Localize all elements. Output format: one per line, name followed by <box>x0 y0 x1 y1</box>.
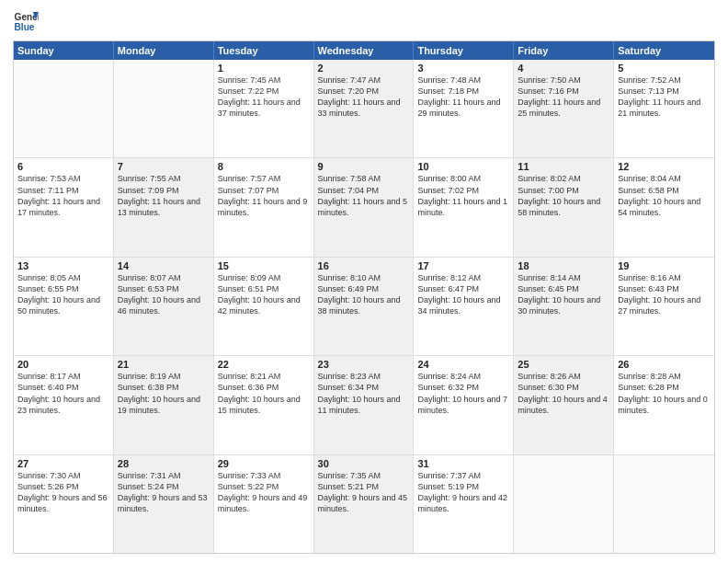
cell-info: Sunrise: 7:45 AMSunset: 7:22 PMDaylight:… <box>218 75 310 120</box>
calendar-row-5: 27Sunrise: 7:30 AMSunset: 5:26 PMDayligh… <box>14 455 714 553</box>
day-number: 17 <box>417 260 509 271</box>
empty-cell <box>514 455 614 553</box>
day-cell-22: 22Sunrise: 8:21 AMSunset: 6:36 PMDayligh… <box>214 356 314 454</box>
day-cell-26: 26Sunrise: 8:28 AMSunset: 6:28 PMDayligh… <box>614 356 714 454</box>
day-cell-27: 27Sunrise: 7:30 AMSunset: 5:26 PMDayligh… <box>14 455 114 553</box>
day-number: 30 <box>318 458 410 469</box>
day-number: 19 <box>618 260 711 271</box>
day-number: 13 <box>17 260 109 271</box>
cell-info: Sunrise: 7:31 AMSunset: 5:24 PMDaylight:… <box>118 470 210 515</box>
day-number: 26 <box>618 359 711 370</box>
day-number: 21 <box>118 359 210 370</box>
cell-info: Sunrise: 8:17 AMSunset: 6:40 PMDaylight:… <box>17 371 109 416</box>
cell-info: Sunrise: 7:37 AMSunset: 5:19 PMDaylight:… <box>417 470 509 515</box>
cell-info: Sunrise: 7:53 AMSunset: 7:11 PMDaylight:… <box>17 173 109 218</box>
day-number: 15 <box>218 260 310 271</box>
day-cell-25: 25Sunrise: 8:26 AMSunset: 6:30 PMDayligh… <box>514 356 614 454</box>
cell-info: Sunrise: 7:57 AMSunset: 7:07 PMDaylight:… <box>218 173 310 218</box>
cell-info: Sunrise: 7:55 AMSunset: 7:09 PMDaylight:… <box>118 173 210 218</box>
header-day-monday: Monday <box>114 41 214 60</box>
cell-info: Sunrise: 8:23 AMSunset: 6:34 PMDaylight:… <box>318 371 410 416</box>
cell-info: Sunrise: 8:28 AMSunset: 6:28 PMDaylight:… <box>618 371 711 416</box>
day-cell-17: 17Sunrise: 8:12 AMSunset: 6:47 PMDayligh… <box>414 258 514 355</box>
cell-info: Sunrise: 7:30 AMSunset: 5:26 PMDaylight:… <box>17 470 109 515</box>
day-number: 27 <box>17 458 109 469</box>
day-cell-8: 8Sunrise: 7:57 AMSunset: 7:07 PMDaylight… <box>214 158 314 256</box>
day-number: 14 <box>118 260 210 271</box>
cell-info: Sunrise: 8:24 AMSunset: 6:32 PMDaylight:… <box>417 371 509 416</box>
day-cell-14: 14Sunrise: 8:07 AMSunset: 6:53 PMDayligh… <box>114 258 214 355</box>
day-number: 28 <box>118 458 210 469</box>
header-day-friday: Friday <box>514 41 614 60</box>
header-day-sunday: Sunday <box>14 41 114 60</box>
day-cell-12: 12Sunrise: 8:04 AMSunset: 6:58 PMDayligh… <box>614 158 714 256</box>
cell-info: Sunrise: 7:52 AMSunset: 7:13 PMDaylight:… <box>618 75 711 120</box>
cell-info: Sunrise: 8:07 AMSunset: 6:53 PMDaylight:… <box>118 272 210 317</box>
logo-icon: General Blue <box>13 9 39 35</box>
calendar-row-3: 13Sunrise: 8:05 AMSunset: 6:55 PMDayligh… <box>14 258 714 356</box>
day-number: 7 <box>118 161 210 172</box>
day-cell-29: 29Sunrise: 7:33 AMSunset: 5:22 PMDayligh… <box>214 455 314 553</box>
day-cell-3: 3Sunrise: 7:48 AMSunset: 7:18 PMDaylight… <box>414 60 514 157</box>
cell-info: Sunrise: 8:04 AMSunset: 6:58 PMDaylight:… <box>618 173 711 218</box>
day-cell-30: 30Sunrise: 7:35 AMSunset: 5:21 PMDayligh… <box>314 455 415 553</box>
day-cell-4: 4Sunrise: 7:50 AMSunset: 7:16 PMDaylight… <box>514 60 614 157</box>
cell-info: Sunrise: 8:05 AMSunset: 6:55 PMDaylight:… <box>17 272 109 317</box>
calendar-header: SundayMondayTuesdayWednesdayThursdayFrid… <box>14 41 714 60</box>
calendar-body: 1Sunrise: 7:45 AMSunset: 7:22 PMDaylight… <box>14 60 714 553</box>
day-number: 8 <box>218 161 310 172</box>
calendar-row-2: 6Sunrise: 7:53 AMSunset: 7:11 PMDaylight… <box>14 158 714 257</box>
day-cell-2: 2Sunrise: 7:47 AMSunset: 7:20 PMDaylight… <box>314 60 415 157</box>
empty-cell <box>614 455 714 553</box>
cell-info: Sunrise: 7:48 AMSunset: 7:18 PMDaylight:… <box>417 75 509 120</box>
page-header: General Blue <box>13 9 715 35</box>
day-cell-10: 10Sunrise: 8:00 AMSunset: 7:02 PMDayligh… <box>414 158 514 256</box>
day-number: 12 <box>618 161 711 172</box>
day-number: 2 <box>318 63 410 74</box>
day-cell-16: 16Sunrise: 8:10 AMSunset: 6:49 PMDayligh… <box>314 258 415 355</box>
header-day-tuesday: Tuesday <box>214 41 314 60</box>
svg-text:Blue: Blue <box>15 22 35 32</box>
cell-info: Sunrise: 8:02 AMSunset: 7:00 PMDaylight:… <box>518 173 609 218</box>
day-cell-11: 11Sunrise: 8:02 AMSunset: 7:00 PMDayligh… <box>514 158 614 256</box>
day-number: 25 <box>518 359 609 370</box>
day-cell-31: 31Sunrise: 7:37 AMSunset: 5:19 PMDayligh… <box>414 455 514 553</box>
day-number: 4 <box>518 63 609 74</box>
day-number: 3 <box>417 63 509 74</box>
day-number: 20 <box>17 359 109 370</box>
header-day-saturday: Saturday <box>614 41 714 60</box>
day-number: 23 <box>318 359 410 370</box>
day-cell-18: 18Sunrise: 8:14 AMSunset: 6:45 PMDayligh… <box>514 258 614 355</box>
cell-info: Sunrise: 8:00 AMSunset: 7:02 PMDaylight:… <box>417 173 509 218</box>
cell-info: Sunrise: 8:10 AMSunset: 6:49 PMDaylight:… <box>318 272 410 317</box>
day-cell-20: 20Sunrise: 8:17 AMSunset: 6:40 PMDayligh… <box>14 356 114 454</box>
day-cell-7: 7Sunrise: 7:55 AMSunset: 7:09 PMDaylight… <box>114 158 214 256</box>
day-cell-15: 15Sunrise: 8:09 AMSunset: 6:51 PMDayligh… <box>214 258 314 355</box>
empty-cell <box>14 60 114 157</box>
header-day-wednesday: Wednesday <box>314 41 415 60</box>
day-cell-24: 24Sunrise: 8:24 AMSunset: 6:32 PMDayligh… <box>414 356 514 454</box>
cell-info: Sunrise: 7:50 AMSunset: 7:16 PMDaylight:… <box>518 75 609 120</box>
logo: General Blue <box>13 9 42 35</box>
day-cell-28: 28Sunrise: 7:31 AMSunset: 5:24 PMDayligh… <box>114 455 214 553</box>
day-number: 1 <box>218 63 310 74</box>
calendar-row-1: 1Sunrise: 7:45 AMSunset: 7:22 PMDaylight… <box>14 60 714 158</box>
day-number: 18 <box>518 260 609 271</box>
day-number: 6 <box>17 161 109 172</box>
calendar: SundayMondayTuesdayWednesdayThursdayFrid… <box>13 40 715 554</box>
day-number: 24 <box>417 359 509 370</box>
day-number: 16 <box>318 260 410 271</box>
day-number: 11 <box>518 161 609 172</box>
day-number: 10 <box>417 161 509 172</box>
cell-info: Sunrise: 8:16 AMSunset: 6:43 PMDaylight:… <box>618 272 711 317</box>
cell-info: Sunrise: 8:26 AMSunset: 6:30 PMDaylight:… <box>518 371 609 416</box>
cell-info: Sunrise: 8:19 AMSunset: 6:38 PMDaylight:… <box>118 371 210 416</box>
day-number: 22 <box>218 359 310 370</box>
cell-info: Sunrise: 8:12 AMSunset: 6:47 PMDaylight:… <box>417 272 509 317</box>
cell-info: Sunrise: 7:35 AMSunset: 5:21 PMDaylight:… <box>318 470 410 515</box>
day-cell-1: 1Sunrise: 7:45 AMSunset: 7:22 PMDaylight… <box>214 60 314 157</box>
header-day-thursday: Thursday <box>414 41 514 60</box>
cell-info: Sunrise: 7:33 AMSunset: 5:22 PMDaylight:… <box>218 470 310 515</box>
cell-info: Sunrise: 8:09 AMSunset: 6:51 PMDaylight:… <box>218 272 310 317</box>
day-cell-9: 9Sunrise: 7:58 AMSunset: 7:04 PMDaylight… <box>314 158 415 256</box>
